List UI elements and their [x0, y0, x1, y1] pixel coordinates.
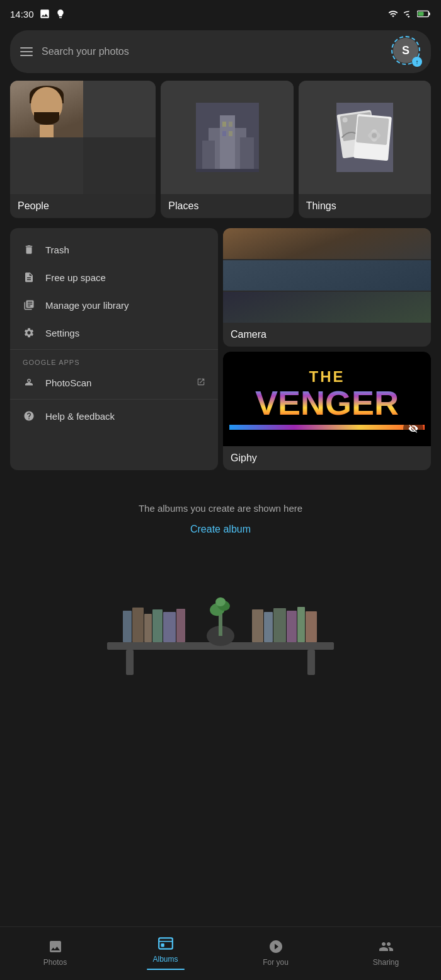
sharing-nav-label: Sharing — [373, 958, 399, 967]
svg-rect-32 — [219, 614, 222, 636]
svg-rect-24 — [307, 650, 315, 675]
giphy-the-text: THE — [229, 368, 425, 386]
people-label: People — [10, 194, 156, 218]
avatar-upload-icon: ↑ — [412, 57, 422, 67]
status-time: 14:30 — [10, 9, 34, 20]
drawer-divider-1 — [10, 349, 218, 350]
svg-rect-1 — [428, 13, 430, 16]
albums-active-indicator — [147, 969, 185, 970]
free-space-icon — [23, 271, 35, 284]
drawer-item-settings[interactable]: Settings — [10, 319, 218, 347]
albums-nav-icon — [157, 935, 175, 952]
giphy-thumb: THE VENGER — [223, 352, 431, 446]
photos-nav-label: Photos — [43, 958, 67, 967]
manage-library-label: Manage your library — [45, 300, 129, 311]
bulb-icon — [55, 9, 66, 19]
svg-rect-41 — [306, 611, 317, 642]
svg-rect-28 — [152, 609, 163, 642]
drawer-item-manage-library[interactable]: Manage your library — [10, 291, 218, 319]
google-apps-label: GOOGLE APPS — [10, 352, 218, 369]
shelf-svg — [88, 554, 353, 680]
things-label: Things — [299, 194, 431, 218]
gallery-icon — [39, 8, 50, 20]
battery-icon — [417, 9, 431, 18]
drawer-section: Trash Free up space Manage your library … — [0, 228, 441, 470]
menu-icon[interactable] — [20, 47, 33, 56]
help-label: Help & feedback — [45, 411, 115, 422]
places-thumb — [161, 81, 293, 194]
drawer-item-photoscan[interactable]: PhotoScan — [10, 369, 218, 396]
svg-rect-23 — [126, 650, 134, 675]
svg-rect-12 — [196, 169, 259, 172]
category-grid: People — [0, 81, 441, 226]
svg-rect-37 — [264, 612, 273, 642]
svg-rect-5 — [202, 141, 215, 172]
svg-point-21 — [372, 133, 377, 138]
svg-rect-7 — [220, 115, 235, 172]
svg-rect-38 — [273, 608, 286, 642]
create-album-button[interactable]: Create album — [190, 524, 251, 535]
search-bar[interactable]: Search your photos S ↑ — [10, 30, 431, 73]
trash-label: Trash — [45, 245, 69, 255]
album-card-giphy[interactable]: THE VENGER Giphy — [223, 352, 431, 470]
help-icon — [23, 410, 35, 422]
camera-label: Camera — [223, 323, 431, 347]
svg-rect-40 — [297, 607, 305, 642]
trash-icon — [23, 243, 35, 256]
status-right — [387, 9, 431, 19]
person-photo-1 — [10, 81, 83, 137]
nav-item-sharing[interactable]: Sharing — [331, 927, 441, 980]
svg-rect-10 — [222, 131, 226, 136]
giphy-label: Giphy — [223, 446, 431, 470]
camera-thumb — [223, 228, 431, 323]
giphy-venger-wrapper: VENGER — [255, 386, 399, 420]
page-container: 14:30 Search your photos S ↑ — [0, 0, 441, 743]
giphy-color-bar — [229, 425, 425, 430]
external-link-icon — [197, 378, 205, 388]
svg-rect-29 — [163, 612, 176, 642]
settings-icon — [23, 326, 35, 339]
svg-rect-30 — [176, 609, 185, 642]
albums-nav-label: Albums — [152, 955, 178, 964]
search-placeholder: Search your photos — [42, 46, 384, 57]
svg-rect-6 — [240, 137, 254, 172]
album-cards-column: Camera THE VENGER — [223, 228, 431, 470]
person-photo-2 — [83, 81, 156, 137]
settings-label: Settings — [45, 328, 79, 338]
category-card-people[interactable]: People — [10, 81, 156, 218]
signal-icon — [403, 9, 413, 19]
svg-rect-9 — [229, 122, 232, 127]
album-card-camera[interactable]: Camera — [223, 228, 431, 347]
person-photo-4 — [83, 137, 156, 194]
shelf-illustration — [0, 548, 441, 693]
hidden-icon — [403, 418, 423, 439]
drawer-item-trash[interactable]: Trash — [10, 236, 218, 263]
status-left: 14:30 — [10, 8, 66, 20]
svg-rect-42 — [159, 938, 173, 948]
drawer-divider-2 — [10, 399, 218, 400]
nav-item-albums[interactable]: Albums — [110, 927, 220, 980]
nav-item-foryou[interactable]: For you — [220, 927, 331, 980]
svg-rect-11 — [229, 131, 232, 136]
svg-rect-27 — [144, 614, 152, 642]
svg-rect-8 — [222, 122, 226, 127]
albums-empty-message: The albums you create are shown here — [10, 503, 431, 514]
foryou-nav-icon — [267, 938, 285, 955]
category-card-things[interactable]: Things — [299, 81, 431, 218]
category-card-places[interactable]: Places — [161, 81, 293, 218]
giphy-venger-text: VENGER — [255, 386, 399, 420]
drawer-menu: Trash Free up space Manage your library … — [10, 228, 218, 470]
people-thumb — [10, 81, 156, 194]
albums-empty: The albums you create are shown here Cre… — [0, 478, 441, 548]
manage-library-icon — [23, 299, 35, 311]
wifi-icon — [387, 9, 399, 19]
svg-rect-43 — [161, 943, 164, 947]
person-photo-3 — [10, 137, 83, 194]
avatar[interactable]: S ↑ — [393, 38, 421, 66]
drawer-item-free-up-space[interactable]: Free up space — [10, 263, 218, 291]
svg-rect-26 — [132, 608, 144, 642]
things-thumb — [299, 81, 431, 194]
svg-rect-39 — [287, 611, 297, 642]
nav-item-photos[interactable]: Photos — [0, 927, 110, 980]
drawer-item-help[interactable]: Help & feedback — [10, 402, 218, 430]
